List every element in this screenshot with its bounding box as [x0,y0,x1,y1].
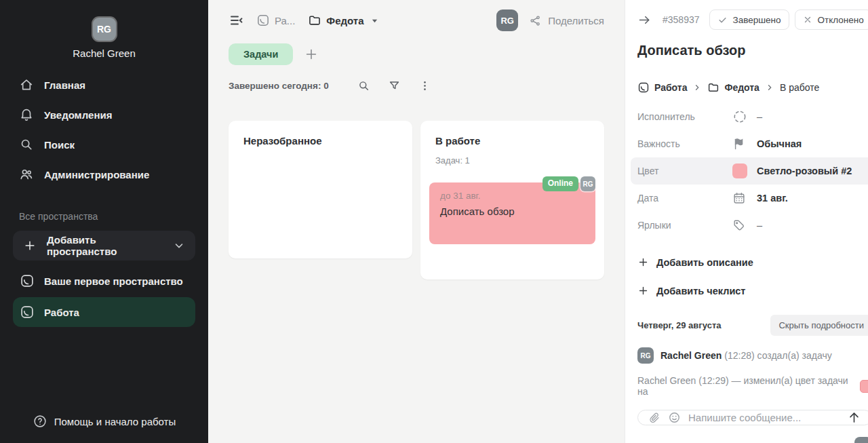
decline-button[interactable]: Отклонено [795,9,868,30]
help-link[interactable]: Помощь и начало работы [0,414,208,443]
add-tab-icon[interactable] [304,47,319,62]
field-date[interactable]: Дата 31 авг. [631,185,868,212]
field-labels[interactable]: Ярлыки – [631,212,868,239]
message-composer [637,410,868,425]
plus-icon [637,285,649,296]
detail-header: #358937 Завершено Отклонено [637,9,868,30]
task-card[interactable]: Online RG до 31 авг. Дописать обзор [429,182,595,244]
task-breadcrumb: Работа Федота В работе [637,81,868,94]
sidebar-item-label: Главная [44,79,85,91]
card-title: Дописать обзор [440,206,585,217]
emoji-icon[interactable] [668,411,681,424]
complete-button[interactable]: Завершено [709,9,789,30]
share-label: Поделиться [548,15,604,26]
question-circle-icon [33,414,47,429]
space-icon [20,273,35,288]
add-checklist-button[interactable]: Добавить чеклист [637,285,868,296]
activity-user-name: Rachel Green [660,350,722,361]
field-value: – [757,111,762,122]
sidebar-profile: RG Rachel Green [0,0,208,59]
field-color[interactable]: Цвет Светло-розовый #2 [631,157,868,185]
folder-icon [707,81,719,94]
add-space-button[interactable]: Добавить пространство [13,231,195,261]
field-value: – [757,220,762,231]
people-icon [19,167,34,182]
help-label: Помощь и начало работы [54,416,176,427]
space-icon [637,81,650,94]
column-title: В работе [435,135,589,147]
task-title[interactable]: Дописать обзор [637,43,868,58]
card-assignee-avatar: RG [580,176,595,191]
participant-avatar[interactable]: RG [854,437,868,443]
field-label: Ярлыки [637,220,732,231]
sidebar-item-home[interactable]: Главная [0,70,208,100]
space-label: Работа [44,307,79,318]
unsubscribe-link[interactable]: Отписаться [637,441,687,443]
breadcrumb-space[interactable]: Работа [637,81,687,94]
user-avatar[interactable]: RG [93,18,116,41]
space-icon [20,305,35,320]
task-detail-panel: #358937 Завершено Отклонено Дописать обз… [625,0,868,443]
spaces-section-label: Все пространства [0,211,208,222]
assignee-placeholder-icon [732,109,757,124]
filter-icon[interactable] [388,79,401,92]
completed-today-label: Завершено сегодня: 0 [229,81,329,91]
folder-icon [308,14,321,27]
breadcrumb-folder-dropdown[interactable]: Федота [308,14,378,27]
task-id: #358937 [663,14,700,25]
breadcrumb-column[interactable]: В работе [780,82,819,93]
field-label: Исполнитель [637,111,732,122]
hide-details-button[interactable]: Скрыть подробности [770,315,868,336]
sidebar-item-admin[interactable]: Администрирование [0,159,208,189]
activity-item-color-changed: Rachel Green (12:29) — изменил(а) цвет з… [637,375,868,397]
more-options-icon[interactable] [418,79,431,92]
collapse-sidebar-icon[interactable] [229,12,245,28]
plus-icon [637,256,649,268]
field-label: Важность [637,138,732,149]
sidebar: RG Rachel Green Главная Уведомления Поис… [0,0,208,443]
space-label: Ваше первое пространство [44,275,183,287]
tab-tasks[interactable]: Задачи [229,43,293,65]
breadcrumb-space-label: Работа [654,82,687,93]
search-icon [19,137,34,152]
bell-icon [19,107,34,122]
space-icon [256,14,270,27]
field-label: Цвет [637,166,732,176]
field-priority[interactable]: Важность Обычная [631,130,868,157]
add-checklist-label: Добавить чеклист [656,286,745,296]
sidebar-space-first[interactable]: Ваше первое пространство [13,266,195,296]
detail-footer: Отписаться Участники: RG [637,437,868,443]
breadcrumb-folder-label: Федота [326,15,363,26]
breadcrumb-folder[interactable]: Федота [707,81,759,94]
add-description-button[interactable]: Добавить описание [637,256,868,268]
send-message-icon[interactable] [847,410,861,425]
board-area: Ра... Федота RG Поделиться Зад [208,0,625,443]
user-name: Rachel Green [73,47,136,59]
decline-label: Отклонено [818,15,864,25]
sidebar-item-search[interactable]: Поиск [0,130,208,159]
breadcrumb-space[interactable]: Ра... [256,14,295,27]
participants: Участники: RG [802,437,868,443]
board-user-avatar[interactable]: RG [496,9,518,31]
expand-panel-icon[interactable] [637,13,652,27]
attachment-icon[interactable] [648,412,660,424]
share-button[interactable]: Поделиться [529,14,604,27]
message-input[interactable] [688,412,840,423]
breadcrumb-space-label: Ра... [275,15,295,26]
breadcrumb-folder-label: Федота [724,82,759,93]
search-icon[interactable] [357,79,370,92]
board-tabs: Задачи [229,43,604,65]
task-fields: Исполнитель – Важность Обычная Цвет Свет… [637,103,868,239]
color-swatch-icon [732,163,757,178]
add-description-label: Добавить описание [656,257,753,268]
sidebar-item-notifications[interactable]: Уведомления [0,100,208,130]
column-title: Неразобранное [243,135,397,147]
activity-text: Rachel Green (12:29) — изменил(а) цвет з… [637,375,854,397]
field-assignee[interactable]: Исполнитель – [631,103,868,130]
share-icon [529,14,542,27]
sidebar-space-work[interactable]: Работа [13,297,195,327]
activity-date: Четверг, 29 августа [637,320,722,330]
sidebar-item-label: Уведомления [44,109,112,121]
field-value: Светло-розовый #2 [757,166,852,176]
flag-icon [732,137,757,151]
